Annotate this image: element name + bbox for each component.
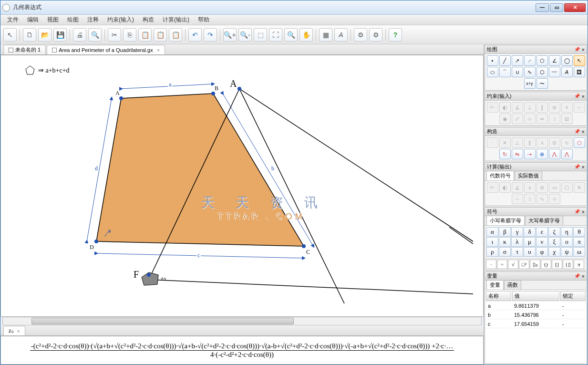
draw-text[interactable]: A (561, 67, 573, 77)
close-icon[interactable]: × (582, 209, 585, 215)
undo-button[interactable]: ↶ (188, 28, 202, 42)
c-mid[interactable]: ⟟ (549, 114, 560, 124)
c-len[interactable]: ⊢ (487, 102, 498, 113)
comp-6[interactable]: ▭ (549, 182, 560, 193)
greek-λ[interactable]: λ (511, 237, 523, 247)
comp-11[interactable]: ∿ (536, 194, 548, 204)
con-dil[interactable]: ⊕ (536, 149, 548, 159)
c-dist[interactable]: ↔ (574, 102, 585, 113)
point-f[interactable] (147, 273, 151, 277)
comp-7[interactable]: ⬠ (561, 182, 573, 193)
horizontal-scrollbar[interactable] (2, 317, 482, 325)
greek-δ[interactable]: δ (524, 227, 536, 237)
help-button[interactable]: ? (389, 28, 402, 42)
grid-button[interactable]: ▦ (319, 28, 332, 42)
comp-1[interactable]: ⊢ (487, 182, 498, 193)
preview-button[interactable]: 🔍 (88, 28, 102, 42)
pin-icon[interactable]: 📌 (574, 47, 580, 52)
vars-tab-vars[interactable]: 变量 (486, 280, 504, 290)
mathop[interactable]: () (541, 260, 551, 269)
c-par[interactable]: ∥ (536, 102, 548, 113)
draw-arc[interactable]: ⌒ (499, 67, 511, 77)
con-perp[interactable]: ⊥ (512, 137, 523, 148)
maximize-button[interactable]: ▭ (550, 3, 563, 12)
comp-12[interactable]: ⊹ (549, 194, 560, 204)
mathop[interactable]: ▯₀ (530, 260, 540, 269)
greek-φ[interactable]: φ (536, 247, 548, 257)
draw-more[interactable]: 〜 (536, 78, 548, 89)
mathop[interactable]: π (574, 260, 584, 269)
con-poly[interactable]: ⬠ (574, 137, 585, 148)
compute-tab-numeric[interactable]: 实际数值 (515, 171, 542, 180)
menu-draw[interactable]: 绘图 (63, 15, 83, 25)
draw-func[interactable]: 〰 (549, 67, 560, 77)
zoom-fit-button[interactable]: ⛶ (269, 28, 282, 42)
draw-expr[interactable]: x+y (524, 78, 536, 89)
mathop[interactable]: · (486, 260, 496, 269)
pin-icon[interactable]: 📌 (574, 129, 580, 134)
con-tang[interactable]: ⊘ (549, 137, 560, 148)
point-c[interactable] (302, 244, 306, 248)
symbol-tab-lower[interactable]: 小写希腊字母 (486, 216, 525, 225)
close-icon[interactable]: × (582, 129, 585, 135)
draw-angle[interactable]: ∠ (549, 55, 560, 66)
comp-9[interactable]: ↔ (512, 194, 523, 204)
con-trace[interactable]: ⋀ (549, 149, 560, 159)
greek-μ[interactable]: μ (524, 237, 536, 247)
comp-4[interactable]: ⋏ (524, 182, 536, 193)
point-d[interactable] (94, 240, 98, 243)
c-eq[interactable]: ≡ (561, 102, 573, 113)
greek-ν[interactable]: ν (536, 237, 548, 247)
greek-π[interactable]: π (573, 237, 585, 247)
con-int[interactable]: ✕ (499, 137, 511, 148)
close-icon[interactable]: × (582, 94, 585, 99)
c-ang[interactable]: ∡ (512, 102, 523, 113)
point-b[interactable] (211, 92, 215, 95)
greek-τ[interactable]: τ (511, 247, 523, 257)
c-rad[interactable]: ◐ (499, 102, 511, 113)
greek-κ[interactable]: κ (499, 237, 511, 247)
draw-line[interactable]: ⟋ (524, 55, 536, 66)
draw-circle[interactable]: ◯ (561, 55, 573, 66)
greek-σ[interactable]: σ (499, 247, 511, 257)
compute-tab-symbolic[interactable]: 代数符号 (486, 171, 514, 180)
greek-ξ[interactable]: ξ (548, 237, 560, 247)
menu-compute[interactable]: 计算(输出) (159, 15, 193, 25)
formula-tab-z0[interactable]: z₀ × (3, 326, 25, 335)
mathop[interactable]: [] (552, 260, 562, 269)
paste3-button[interactable]: 📋 (169, 28, 182, 42)
vars-tab-funcs[interactable]: 函数 (504, 280, 521, 290)
zoom-page-button[interactable]: 🔍 (284, 28, 298, 42)
pin-icon[interactable]: 📌 (574, 273, 580, 279)
greek-β[interactable]: β (499, 227, 511, 237)
geometry-canvas[interactable]: ⇒ a+b+c+d (0, 55, 484, 317)
close-icon[interactable]: × (582, 164, 585, 170)
c-slope[interactable]: ⤢ (512, 114, 523, 124)
mathop[interactable]: √ (508, 260, 518, 269)
c-circ[interactable]: ◉ (499, 114, 511, 124)
greek-χ[interactable]: χ (548, 247, 560, 257)
draw-vector[interactable]: ↗ (512, 55, 523, 66)
tab-quadrilateral[interactable]: Area and Perimeter of a Quadrilateral.gx… (47, 45, 165, 54)
formula-tab-close[interactable]: × (17, 328, 20, 334)
close-icon[interactable]: × (582, 47, 585, 52)
table-row[interactable]: a9.8611379- (486, 302, 586, 310)
comp-5[interactable]: ⊘ (536, 182, 548, 193)
con-mid[interactable]: ⋅ (487, 137, 498, 148)
greek-ε[interactable]: ε (536, 227, 548, 237)
mathop[interactable]: ÷ (497, 260, 507, 269)
pin-icon[interactable]: 📌 (574, 164, 580, 169)
paste2-button[interactable]: 📋 (154, 28, 167, 42)
greek-υ[interactable]: υ (524, 247, 536, 257)
con-par[interactable]: ∥ (524, 137, 536, 148)
menu-view[interactable]: 视图 (43, 15, 62, 25)
greek-γ[interactable]: γ (511, 227, 523, 237)
c-perp[interactable]: ⊥ (524, 102, 536, 113)
con-trans[interactable]: ⇢ (524, 149, 536, 159)
comp-10[interactable]: ⟟ (524, 194, 536, 204)
tab-untitled[interactable]: 未命名的 1 (3, 45, 46, 54)
mathop[interactable]: {▯ (563, 260, 573, 269)
paste-button[interactable]: 📋 (138, 28, 152, 42)
greek-ζ[interactable]: ζ (548, 227, 560, 237)
draw-ellipse[interactable]: ⬭ (487, 67, 498, 77)
